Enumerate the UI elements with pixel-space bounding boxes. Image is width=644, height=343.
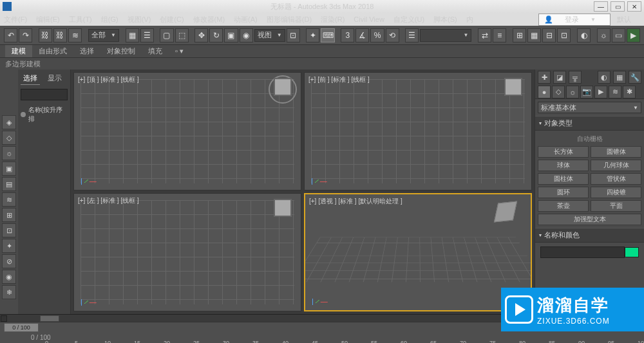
left-tab-display[interactable]: 显示 xyxy=(45,72,64,85)
rollout-object-type[interactable]: 对象类型 xyxy=(535,116,644,131)
login-button[interactable]: 👤 登录 ▼ xyxy=(538,14,611,26)
menu-create[interactable]: 创建(C) xyxy=(160,15,184,24)
filter-cams-icon[interactable]: ▣ xyxy=(2,162,16,176)
cat-geometry-icon[interactable]: ● xyxy=(538,86,551,98)
angle-snap-button[interactable]: ∡ xyxy=(355,28,369,42)
filter-groups-icon[interactable]: ⊞ xyxy=(2,208,16,222)
mirror-button[interactable]: ⇄ xyxy=(478,28,491,42)
btn-geosphere[interactable]: 几何球体 xyxy=(591,160,641,171)
btn-plane[interactable]: 平面 xyxy=(591,200,641,212)
cat-systems-icon[interactable]: ✱ xyxy=(623,86,636,98)
cmd-modify-icon[interactable]: ◪ xyxy=(553,71,566,84)
color-swatch[interactable] xyxy=(625,247,639,257)
menu-file[interactable]: 文件(F) xyxy=(4,15,27,24)
btn-cylinder[interactable]: 圆柱体 xyxy=(538,173,589,185)
menu-civil[interactable]: Civil View xyxy=(354,15,384,23)
link-button[interactable]: ⛓ xyxy=(39,28,52,42)
place-button[interactable]: ◉ xyxy=(240,28,253,42)
menu-grapheditor[interactable]: 图形编辑器(D) xyxy=(267,15,312,24)
ribbon-tab-model[interactable]: 建模 xyxy=(5,45,32,57)
cat-lights-icon[interactable]: ☼ xyxy=(566,86,579,98)
snap-toggle-button[interactable]: 3 xyxy=(341,28,354,42)
toggle-ribbon-button[interactable]: ▦ xyxy=(527,28,541,42)
cmd-create-icon[interactable]: ✚ xyxy=(538,71,551,84)
radio-sort-icon[interactable] xyxy=(21,112,26,117)
select-object-button[interactable]: ▦ xyxy=(126,28,139,42)
selection-filter-dropdown[interactable]: 全部▼ xyxy=(88,29,119,42)
ribbon-sub[interactable]: 多边形建模 xyxy=(0,58,644,70)
autogrid-check[interactable]: 自动栅格 xyxy=(538,133,641,146)
viewport-left[interactable]: [+] [左 ] [标准 ] [线框 ] |⟋— xyxy=(73,193,301,311)
menu-group[interactable]: 组(G) xyxy=(101,15,118,24)
keyboard-shortcut-button[interactable]: ⌨ xyxy=(321,28,334,42)
home-icon[interactable] xyxy=(1,315,7,322)
curve-editor-button[interactable]: ⊟ xyxy=(542,28,556,42)
pivot-button[interactable]: ⊡ xyxy=(287,28,300,42)
viewport-perspective[interactable]: [+] [透视 ] [标准 ] [默认明暗处理 ] |⟋— xyxy=(304,193,532,311)
time-slider[interactable]: 0 / 100 xyxy=(4,323,39,332)
workspace-dropdown[interactable]: 默认 xyxy=(617,15,631,24)
filter-lights-icon[interactable]: ☼ xyxy=(2,146,16,160)
percent-snap-button[interactable]: % xyxy=(370,28,384,42)
filter-frozen-icon[interactable]: ❄ xyxy=(2,285,16,299)
viewcube-persp[interactable] xyxy=(494,201,517,222)
category-dropdown[interactable]: 标准基本体▼ xyxy=(538,102,641,113)
ribbon-tab-fill[interactable]: 填充 xyxy=(142,45,169,57)
cmd-hierarchy-icon[interactable]: ╦ xyxy=(569,71,582,84)
render-frame-button[interactable]: ▭ xyxy=(612,28,625,42)
ribbon-tab-freeform[interactable]: 自由形式 xyxy=(32,45,73,57)
layer-explorer-button[interactable]: ⊞ xyxy=(513,28,526,42)
cat-cameras-icon[interactable]: 📷 xyxy=(580,86,593,98)
menu-anim[interactable]: 动画(A) xyxy=(234,15,258,24)
cmd-display-icon[interactable]: ▦ xyxy=(613,71,626,84)
align-button[interactable]: ≡ xyxy=(493,28,506,42)
cat-spacewarps-icon[interactable]: ≋ xyxy=(609,86,621,98)
btn-tube[interactable]: 管状体 xyxy=(591,173,641,185)
render-setup-button[interactable]: ☼ xyxy=(597,28,611,42)
viewcube-top[interactable] xyxy=(274,78,292,96)
named-sel-dropdown[interactable]: ▼ xyxy=(420,29,471,42)
viewport-top[interactable]: [+] [顶 ] [标准 ] [线框 ] |⟋— xyxy=(73,72,301,190)
filter-spacewarp-icon[interactable]: ≋ xyxy=(2,192,16,207)
unlink-button[interactable]: ⛓ xyxy=(53,28,67,42)
viewcube-front[interactable] xyxy=(504,78,522,96)
btn-cone[interactable]: 圆锥体 xyxy=(591,146,641,158)
search-input[interactable] xyxy=(21,89,68,100)
rect-select-button[interactable]: ▢ xyxy=(160,28,173,42)
menu-modifier[interactable]: 修改器(M) xyxy=(193,15,225,24)
filter-xref-icon[interactable]: ⊘ xyxy=(2,254,16,268)
scroll-thumb[interactable] xyxy=(40,315,59,322)
named-sel-button[interactable]: ☰ xyxy=(405,28,419,42)
menu-render[interactable]: 渲染(R) xyxy=(321,15,345,24)
render-button[interactable]: ▶ xyxy=(627,28,640,42)
undo-button[interactable]: ↶ xyxy=(4,28,17,42)
ribbon-tab-objpaint[interactable]: 对象控制 xyxy=(100,45,142,57)
viewcube-left[interactable] xyxy=(274,199,292,217)
manip-button[interactable]: ✦ xyxy=(306,28,319,42)
window-cross-button[interactable]: ⬚ xyxy=(175,28,189,42)
move-button[interactable]: ✥ xyxy=(194,28,208,42)
filter-geometry-icon[interactable]: ◈ xyxy=(2,115,16,129)
viewport-front[interactable]: [+] [前 ] [标准 ] [线框 ] |⟋— xyxy=(304,72,532,190)
minimize-button[interactable]: — xyxy=(594,1,608,12)
btn-pyramid[interactable]: 四棱锥 xyxy=(591,187,641,198)
bind-spacewarp-button[interactable]: ≋ xyxy=(68,28,82,42)
material-editor-button[interactable]: ◐ xyxy=(577,28,591,42)
btn-box[interactable]: 长方体 xyxy=(538,146,589,158)
spinner-snap-button[interactable]: ⟲ xyxy=(386,28,399,42)
scale-button[interactable]: ▣ xyxy=(224,28,238,42)
menu-custom[interactable]: 自定义(U) xyxy=(393,15,424,24)
menu-edit[interactable]: 编辑(E) xyxy=(36,15,60,24)
rollout-name-color[interactable]: 名称和颜色 xyxy=(535,228,644,243)
cmd-utility-icon[interactable]: 🔧 xyxy=(629,71,641,84)
menu-content[interactable]: 内 xyxy=(466,15,473,24)
btn-textplus[interactable]: 加强型文本 xyxy=(538,214,641,225)
maximize-button[interactable]: ▭ xyxy=(611,1,625,12)
ribbon-collapse[interactable]: ▫ ▾ xyxy=(169,46,190,57)
menu-tools[interactable]: 工具(T) xyxy=(69,15,92,24)
object-name-input[interactable] xyxy=(540,246,625,258)
menu-script[interactable]: 脚本(S) xyxy=(433,15,457,24)
select-name-button[interactable]: ☰ xyxy=(140,28,154,42)
rotate-button[interactable]: ↻ xyxy=(209,28,223,42)
filter-shapes-icon[interactable]: ◇ xyxy=(2,131,16,145)
